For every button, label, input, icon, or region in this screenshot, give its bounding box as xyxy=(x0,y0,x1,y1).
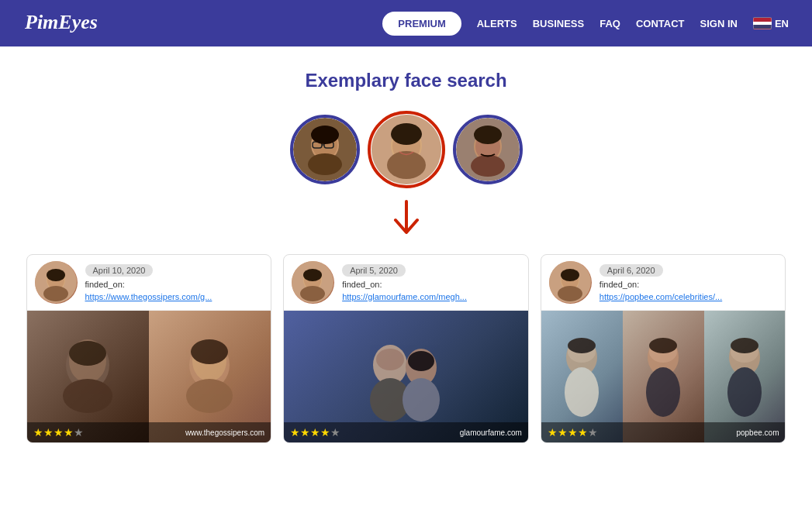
card-1-image-container: ★★★★★ www.thegossipers.com xyxy=(27,311,271,442)
card-3-stars: ★★★★★ xyxy=(548,425,598,439)
svg-point-43 xyxy=(403,378,440,421)
arrow-down-indicator xyxy=(16,200,796,239)
svg-text:PimEyes: PimEyes xyxy=(24,11,98,33)
business-link[interactable]: BUSINESS xyxy=(533,18,584,29)
card-2-stars: ★★★★★ xyxy=(290,425,340,439)
signin-link[interactable]: SIGN IN xyxy=(700,18,738,29)
card-2-date: April 5, 2020 xyxy=(342,264,406,277)
card-1-footer: ★★★★★ www.thegossipers.com xyxy=(27,422,271,442)
svg-point-17 xyxy=(474,126,502,144)
main-content: Exemplary face search xyxy=(0,46,812,459)
svg-point-13 xyxy=(387,151,426,179)
page-title: Exemplary face search xyxy=(16,70,796,91)
card-3-image-container: ★★★★★ popbee.com xyxy=(541,311,786,442)
svg-point-23 xyxy=(47,269,65,281)
svg-point-47 xyxy=(561,269,579,281)
results-grid: April 10, 2020 finded_on: https://www.th… xyxy=(26,254,786,443)
face-circle-2[interactable] xyxy=(368,111,445,188)
svg-point-27 xyxy=(69,341,106,366)
card-3-link[interactable]: https://popbee.com/celebrities/... xyxy=(599,292,722,301)
svg-point-39 xyxy=(376,349,404,370)
face-circle-3[interactable] xyxy=(453,115,523,184)
svg-point-32 xyxy=(186,379,233,413)
svg-point-55 xyxy=(649,338,677,353)
alerts-link[interactable]: ALERTS xyxy=(477,18,517,29)
card-2-image-container: ★★★★★ glamourfame.com xyxy=(284,311,528,442)
svg-point-59 xyxy=(731,338,758,353)
svg-point-28 xyxy=(63,379,112,413)
svg-point-48 xyxy=(558,286,582,301)
svg-point-8 xyxy=(311,126,339,144)
result-card-2: April 5, 2020 finded_on: https://glamour… xyxy=(283,254,529,443)
site-header: PimEyes PREMIUM ALERTS BUSINESS FAQ CONT… xyxy=(0,0,812,46)
card-2-header: April 5, 2020 finded_on: https://glamour… xyxy=(284,255,528,311)
svg-point-51 xyxy=(568,338,596,353)
card-3-date: April 6, 2020 xyxy=(599,264,663,277)
svg-point-24 xyxy=(43,286,68,301)
card-3-site: popbee.com xyxy=(736,428,779,437)
flag-icon xyxy=(753,17,772,29)
language-selector[interactable]: EN xyxy=(753,17,789,29)
svg-point-42 xyxy=(408,351,434,371)
svg-point-31 xyxy=(191,339,228,364)
site-logo[interactable]: PimEyes xyxy=(23,7,382,40)
svg-point-18 xyxy=(471,155,505,177)
card-2-meta: April 5, 2020 finded_on: https://glamour… xyxy=(342,264,467,301)
svg-point-37 xyxy=(300,286,325,301)
card-2-thumb xyxy=(292,261,334,304)
face-circles-group xyxy=(16,111,796,188)
card-2-footer: ★★★★★ glamourfame.com xyxy=(284,422,528,442)
result-card-1: April 10, 2020 finded_on: https://www.th… xyxy=(26,254,272,443)
main-nav: PREMIUM ALERTS BUSINESS FAQ CONTACT SIGN… xyxy=(382,12,789,36)
svg-point-36 xyxy=(303,269,322,281)
svg-point-60 xyxy=(727,367,762,417)
card-2-link[interactable]: https://glamourfame.com/megh... xyxy=(342,292,467,301)
premium-button[interactable]: PREMIUM xyxy=(382,12,461,36)
card-1-site: www.thegossipers.com xyxy=(185,428,264,437)
card-1-date: April 10, 2020 xyxy=(85,264,154,277)
card-2-site: glamourfame.com xyxy=(460,428,522,437)
card-3-thumb xyxy=(549,261,592,304)
card-1-header: April 10, 2020 finded_on: https://www.th… xyxy=(27,255,271,311)
svg-point-52 xyxy=(565,367,599,417)
card-3-meta: April 6, 2020 finded_on: https://popbee.… xyxy=(599,264,722,301)
card-1-stars: ★★★★★ xyxy=(33,425,84,439)
card-3-footer: ★★★★★ popbee.com xyxy=(541,422,786,442)
svg-point-56 xyxy=(646,367,680,417)
faq-link[interactable]: FAQ xyxy=(599,18,620,29)
lang-label: EN xyxy=(775,18,789,29)
card-1-link[interactable]: https://www.thegossipers.com/g... xyxy=(85,292,213,301)
card-1-meta: April 10, 2020 finded_on: https://www.th… xyxy=(85,264,213,301)
card-2-found-label: finded_on: xyxy=(342,280,467,289)
card-3-header: April 6, 2020 finded_on: https://popbee.… xyxy=(541,255,786,311)
card-1-found-label: finded_on: xyxy=(85,280,213,289)
face-circle-1[interactable] xyxy=(290,115,360,184)
contact-link[interactable]: CONTACT xyxy=(636,18,685,29)
svg-point-7 xyxy=(308,153,342,175)
svg-point-12 xyxy=(391,123,422,145)
result-card-3: April 6, 2020 finded_on: https://popbee.… xyxy=(541,254,786,443)
card-1-thumb xyxy=(35,261,78,304)
card-3-found-label: finded_on: xyxy=(599,280,722,289)
